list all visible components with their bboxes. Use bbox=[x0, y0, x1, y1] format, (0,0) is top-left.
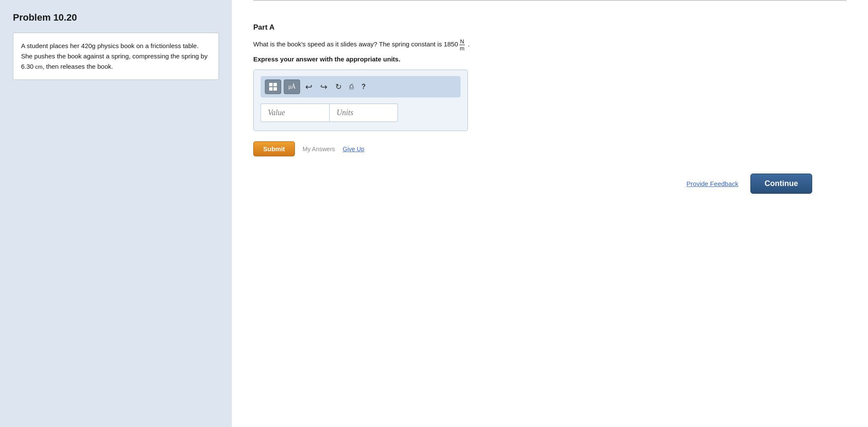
grid-cell-2 bbox=[273, 83, 277, 86]
bottom-actions: Provide Feedback Continue bbox=[253, 174, 847, 194]
units-input[interactable] bbox=[329, 104, 398, 122]
question-text-part2: . bbox=[466, 40, 470, 48]
grid-cell-3 bbox=[269, 87, 273, 91]
question-text-part1: What is the book's speed as it slides aw… bbox=[253, 40, 458, 48]
help-button[interactable]: ? bbox=[359, 81, 368, 92]
continue-button[interactable]: Continue bbox=[750, 174, 812, 194]
question-text: What is the book's speed as it slides aw… bbox=[253, 39, 847, 51]
grid-cell-1 bbox=[269, 83, 273, 86]
action-row: Submit My Answers Give Up bbox=[253, 141, 847, 156]
express-text: Express your answer with the appropriate… bbox=[253, 55, 847, 63]
problem-unit-cm: cm bbox=[33, 64, 42, 70]
top-divider bbox=[253, 0, 847, 1]
part-label: Part A bbox=[253, 13, 847, 32]
grid-cell-4 bbox=[273, 87, 277, 91]
answer-box: μÅ ↩ ↪ ↻ ⎙ ? bbox=[253, 70, 468, 131]
problem-title: Problem 10.20 bbox=[13, 12, 219, 23]
my-answers-link[interactable]: My Answers bbox=[303, 146, 335, 152]
value-input[interactable] bbox=[261, 104, 329, 122]
submit-button[interactable]: Submit bbox=[253, 141, 295, 156]
toolbar: μÅ ↩ ↪ ↻ ⎙ ? bbox=[261, 76, 461, 98]
fraction-value: N m bbox=[459, 39, 465, 51]
redo-button[interactable]: ↪ bbox=[318, 80, 330, 94]
input-row bbox=[261, 104, 461, 122]
right-panel: Part A What is the book's speed as it sl… bbox=[232, 0, 868, 427]
keyboard-button[interactable]: ⎙ bbox=[347, 81, 356, 92]
problem-text-2: , then releases the book. bbox=[42, 63, 113, 70]
grid-button[interactable] bbox=[265, 79, 281, 94]
mu-button[interactable]: μÅ bbox=[284, 79, 300, 94]
left-panel: Problem 10.20 A student places her 420g … bbox=[0, 0, 232, 427]
provide-feedback-link[interactable]: Provide Feedback bbox=[686, 180, 738, 187]
undo-button[interactable]: ↩ bbox=[303, 80, 315, 94]
refresh-button[interactable]: ↻ bbox=[333, 80, 344, 93]
give-up-link[interactable]: Give Up bbox=[343, 146, 364, 152]
grid-icon bbox=[269, 83, 277, 91]
problem-box: A student places her 420g physics book o… bbox=[13, 33, 219, 80]
